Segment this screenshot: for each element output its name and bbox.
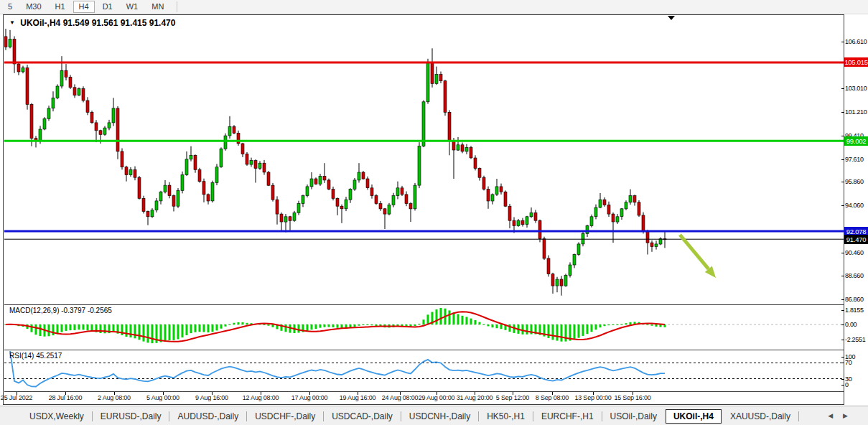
date-label: 2 Aug 08:00 [87, 394, 141, 401]
date-label: 15 Sep 16:00 [605, 394, 660, 401]
price-tick-label: 103.010 [845, 85, 868, 92]
axis-tick-mark [841, 159, 844, 160]
date-label: 9 Aug 16:00 [185, 394, 239, 401]
price-tick-label: 90.460 [845, 249, 868, 256]
tab-eurchf-h1[interactable]: EURCHF-,H1 [533, 409, 602, 424]
axis-tick-mark [841, 299, 844, 300]
tab-usdcad-daily[interactable]: USDCAD-,Daily [324, 409, 401, 424]
time-axis: 25 Jul 202228 Jul 16:002 Aug 08:005 Aug … [4, 392, 844, 404]
timeframe-button-5[interactable]: 5 [2, 1, 18, 13]
macd-tick-label: -2.2551 [845, 336, 868, 343]
price-tick-label: 95.860 [845, 178, 868, 185]
timeframe-button-w1[interactable]: W1 [121, 1, 144, 13]
macd-tick-label: 0.00 [845, 321, 868, 328]
axis-tick-mark [841, 276, 844, 276]
timeframe-button-mn[interactable]: MN [146, 1, 169, 13]
tab-eurusd-daily[interactable]: EURUSD-,Daily [93, 409, 169, 424]
chart-window: ▼ UKOil-,H4 91.549 91.561 91.415 91.470 … [3, 14, 844, 405]
rsi-tick-label: 70 [845, 359, 868, 366]
date-label: 12 Aug 08:00 [233, 394, 288, 401]
axis-tick-mark [841, 42, 844, 42]
tab-usdcnh-daily[interactable]: USDCNH-,Daily [401, 409, 478, 424]
chart-shift-marker [668, 16, 675, 20]
timeframe-button-d1[interactable]: D1 [97, 1, 118, 13]
tab-usdchf-daily[interactable]: USDCHF-,Daily [247, 409, 323, 424]
chart-title: ▼ UKOil-,H4 91.549 91.561 91.415 91.470 [9, 18, 175, 28]
symbol-tabbar: USDX,WeeklyEURUSD-,DailyAUDUSD-,DailyUSD… [0, 406, 868, 425]
chart-symbol: UKOil-,H4 [20, 18, 60, 28]
macd-tick-label: 1.8155 [845, 307, 868, 314]
trend-arrow-shaft [680, 235, 709, 269]
chart-ohlc-values: 91.549 91.561 91.415 91.470 [63, 18, 176, 28]
price-tick-label: 86.860 [845, 296, 868, 303]
scroll-left-icon[interactable]: ◀ [828, 412, 843, 419]
axis-tick-mark [841, 310, 844, 311]
rsi-tick-label: 0 [845, 381, 868, 388]
axis-tick-mark [841, 379, 844, 380]
price-tick-label: 94.060 [845, 202, 868, 209]
tab-usoil-daily[interactable]: USOil-,Daily [602, 409, 665, 424]
toolbar-separator [177, 1, 177, 12]
tab-scroll-arrows[interactable]: ◀▶ [828, 412, 858, 419]
tab-audusd-daily[interactable]: AUDUSD-,Daily [169, 409, 246, 424]
price-chart-pane[interactable] [4, 15, 844, 305]
tab-usdx-weekly[interactable]: USDX,Weekly [22, 409, 92, 424]
axis-tick-mark [841, 182, 844, 182]
timeframe-toolbar: 5M30H1H4D1W1MN [0, 0, 868, 14]
tab-hk50-h1[interactable]: HK50-,H1 [479, 409, 533, 424]
axis-tick-mark [841, 253, 844, 253]
macd-pane[interactable]: MACD(12,26,9) -0.3797 -0.2565 [4, 305, 844, 350]
price-tick-label: 106.610 [845, 38, 868, 45]
date-label: 17 Aug 00:00 [282, 394, 337, 401]
mt4-terminal: 5M30H1H4D1W1MN ▼ UKOil-,H4 91.549 91.561… [0, 0, 868, 425]
scroll-right-icon[interactable]: ▶ [843, 412, 858, 419]
axis-tick-mark [841, 324, 844, 325]
mid-line-badge: 99.002 [844, 136, 868, 146]
resistance-line-badge: 105.015 [844, 57, 868, 67]
axis-tick-mark [841, 357, 844, 358]
macd-label: MACD(12,26,9) -0.3797 -0.2565 [9, 307, 112, 314]
chevron-down-icon[interactable]: ▼ [9, 19, 15, 26]
axis-tick-mark [841, 385, 844, 386]
axis-tick-mark [841, 340, 844, 340]
tab-separator [798, 411, 799, 421]
tab-xauusd-daily[interactable]: XAUUSD-,Daily [722, 409, 798, 424]
last-price-line-badge: 91.470 [844, 235, 868, 244]
tab-ukoil-h4[interactable]: UKOil-,H4 [666, 409, 722, 424]
date-label: 25 Jul 2022 [0, 394, 44, 401]
rsi-label: RSI(14) 45.2517 [9, 352, 62, 360]
date-label: 28 Jul 16:00 [38, 394, 93, 401]
price-tick-label: 97.610 [845, 156, 868, 163]
timeframe-button-h1[interactable]: H1 [50, 1, 71, 13]
axis-tick-mark [841, 363, 844, 363]
timeframe-button-m30[interactable]: M30 [20, 1, 47, 13]
price-tick-label: 101.210 [845, 108, 868, 116]
rsi-pane[interactable]: RSI(14) 45.2517 [4, 350, 844, 392]
axis-tick-mark [841, 112, 844, 113]
axis-tick-mark [841, 205, 844, 206]
axis-tick-mark [841, 88, 844, 89]
price-tick-label: 88.660 [845, 272, 868, 279]
timeframe-button-h4[interactable]: H4 [73, 1, 95, 13]
rsi-line [10, 351, 665, 387]
price-axis: 106.610103.010101.21099.41097.61095.8609… [844, 14, 868, 405]
date-label: 5 Aug 00:00 [136, 394, 190, 401]
